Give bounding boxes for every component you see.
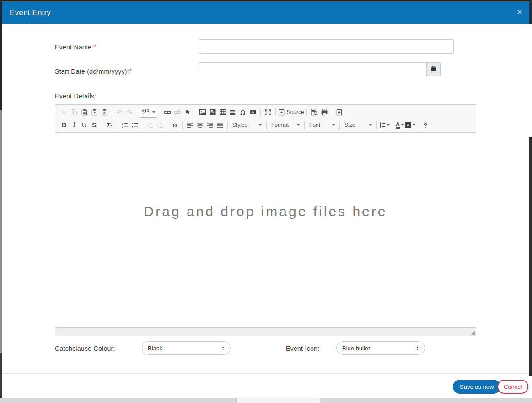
font-dropdown[interactable]: Font bbox=[307, 120, 337, 130]
toolbar-separator bbox=[182, 121, 183, 129]
maximize-icon[interactable] bbox=[263, 107, 273, 117]
cut-icon: ✂ bbox=[59, 107, 69, 117]
redo-icon: ↷ bbox=[124, 107, 134, 117]
toolbar-separator bbox=[347, 109, 347, 116]
required-marker: * bbox=[129, 68, 132, 74]
toolbar-separator bbox=[332, 109, 332, 116]
line-height-icon[interactable] bbox=[379, 120, 390, 130]
spell-check-button[interactable]: ABC ✓ bbox=[140, 107, 157, 118]
chevron-down-icon bbox=[387, 124, 390, 126]
cancel-button[interactable]: Cancel bbox=[497, 380, 528, 394]
calendar-button[interactable] bbox=[426, 62, 441, 76]
table-icon[interactable] bbox=[218, 107, 228, 117]
toolbar-separator bbox=[102, 121, 102, 129]
toolbar-separator bbox=[260, 109, 261, 116]
screen: Event Entry × Event Name:* Start Date (d… bbox=[0, 0, 532, 403]
catchclause-colour-select[interactable]: Black ▲▼ bbox=[142, 341, 231, 355]
scrollbar-thumb[interactable] bbox=[236, 398, 320, 403]
source-icon[interactable] bbox=[278, 107, 285, 117]
toolbar-separator bbox=[117, 121, 117, 129]
toolbar-separator bbox=[227, 121, 228, 129]
numbered-list-icon[interactable]: 12 bbox=[119, 120, 129, 130]
toolbar-separator bbox=[266, 121, 267, 129]
select-updown-icon: ▲▼ bbox=[416, 346, 419, 350]
event-icon-label: Event Icon: bbox=[286, 345, 319, 352]
svg-text:W: W bbox=[102, 111, 106, 115]
modal-header: Event Entry × bbox=[2, 1, 529, 24]
catchclause-colour-label: Catchclause Colour: bbox=[55, 345, 115, 352]
catchclause-colour-value: Black bbox=[148, 345, 162, 352]
align-center-icon[interactable] bbox=[195, 120, 205, 130]
print-icon[interactable] bbox=[319, 107, 329, 117]
svg-text:2: 2 bbox=[121, 125, 123, 128]
svg-text:1: 1 bbox=[121, 122, 123, 125]
underline-icon[interactable]: U bbox=[79, 120, 89, 130]
drag-drop-hint: Drag and drop image files here bbox=[55, 204, 476, 219]
spell-check-icon: ABC ✓ bbox=[142, 109, 150, 115]
event-icon-select[interactable]: Blue bullet ▲▼ bbox=[336, 341, 425, 355]
chevron-down-icon bbox=[297, 124, 300, 126]
toolbar-separator bbox=[167, 121, 167, 129]
italic-icon[interactable]: I bbox=[69, 120, 79, 130]
text-color-icon[interactable]: A bbox=[395, 120, 405, 130]
event-details-label: Event Details: bbox=[55, 93, 97, 100]
bulleted-list-icon[interactable] bbox=[129, 120, 140, 130]
paste-from-word-icon[interactable]: W bbox=[99, 107, 109, 117]
required-marker: * bbox=[94, 44, 96, 50]
toolbar-separator bbox=[418, 121, 418, 129]
image-icon[interactable] bbox=[198, 107, 208, 117]
modal-title: Event Entry bbox=[10, 1, 51, 24]
horizontal-rule-icon[interactable] bbox=[228, 107, 238, 117]
toolbar-separator bbox=[160, 109, 160, 116]
remove-format-icon[interactable]: Tx bbox=[104, 120, 114, 130]
start-date-label: Start Date (dd/mm/yyyy):* bbox=[55, 68, 132, 75]
special-character-icon[interactable]: Ω bbox=[238, 107, 248, 117]
templates-icon[interactable] bbox=[334, 107, 344, 117]
background-color-icon[interactable]: A bbox=[405, 120, 415, 130]
undo-icon: ↶ bbox=[114, 107, 124, 117]
size-dropdown[interactable]: Size bbox=[342, 120, 374, 130]
close-icon[interactable]: × bbox=[517, 1, 522, 23]
toolbar-separator bbox=[195, 109, 195, 116]
strikethrough-icon[interactable]: S bbox=[89, 120, 99, 130]
chevron-down-icon bbox=[259, 124, 262, 126]
preview-icon[interactable] bbox=[309, 107, 319, 117]
about-help-icon[interactable]: ? bbox=[420, 120, 430, 130]
justify-icon[interactable] bbox=[215, 120, 225, 130]
anchor-flag-icon[interactable]: ⚑ bbox=[183, 107, 193, 117]
editor-toolbar: ✂ T W ↶ ↷ ABC ✓ bbox=[55, 105, 476, 133]
toolbar-separator bbox=[304, 121, 305, 129]
calendar-icon bbox=[430, 65, 437, 74]
horizontal-scrollbar[interactable] bbox=[0, 398, 532, 403]
editor-status-bar bbox=[55, 327, 476, 336]
decrease-indent-icon bbox=[145, 120, 155, 130]
paste-icon[interactable] bbox=[79, 107, 89, 117]
bold-icon[interactable]: B bbox=[59, 120, 69, 130]
editor-resize-handle[interactable] bbox=[471, 331, 475, 335]
blockquote-icon[interactable]: ” bbox=[170, 120, 180, 130]
toolbar-separator bbox=[142, 121, 142, 129]
editor-toolbar-row-1: ✂ T W ↶ ↷ ABC ✓ bbox=[59, 106, 472, 119]
editor-content-area[interactable]: Drag and drop image files here bbox=[55, 133, 476, 327]
chevron-down-icon bbox=[413, 124, 415, 126]
event-name-input[interactable] bbox=[199, 39, 454, 54]
embed-video-icon[interactable] bbox=[248, 107, 258, 117]
increase-indent-icon bbox=[155, 120, 165, 130]
toolbar-separator bbox=[339, 121, 340, 129]
styles-dropdown[interactable]: Styles bbox=[230, 120, 264, 130]
align-left-icon[interactable] bbox=[185, 120, 195, 130]
paste-plain-text-icon[interactable]: T bbox=[89, 107, 99, 117]
source-button[interactable]: Source bbox=[287, 109, 304, 115]
chevron-down-icon bbox=[369, 124, 372, 126]
chevron-down-icon bbox=[401, 124, 404, 126]
editor-toolbar-row-2: B I U S Tx 12 ” bbox=[59, 119, 472, 131]
start-date-input[interactable] bbox=[199, 62, 427, 76]
format-dropdown[interactable]: Format bbox=[269, 120, 302, 130]
save-as-new-button[interactable]: Save as new bbox=[453, 380, 500, 394]
enhanced-image-icon[interactable] bbox=[208, 107, 218, 117]
link-icon[interactable] bbox=[162, 107, 172, 117]
footer-divider bbox=[2, 373, 529, 374]
backdrop-right-edge bbox=[529, 0, 532, 24]
event-name-label: Event Name:* bbox=[55, 44, 96, 51]
align-right-icon[interactable] bbox=[205, 120, 215, 130]
